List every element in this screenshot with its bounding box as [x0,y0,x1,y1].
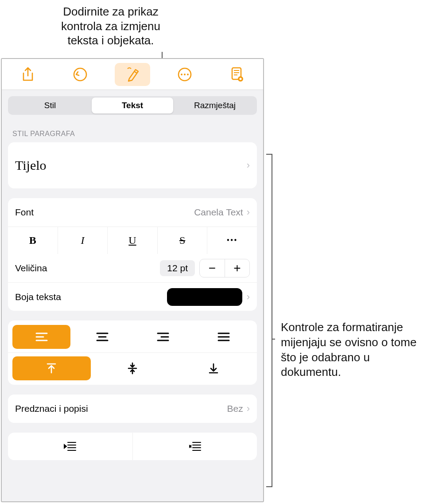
strikethrough-button[interactable]: S [157,227,207,254]
more-button[interactable] [167,63,202,86]
indent-card [8,433,257,460]
size-decrease-button[interactable]: − [200,259,225,277]
valign-middle-button[interactable] [93,356,172,380]
decrease-indent-button[interactable] [8,433,133,460]
svg-point-7 [240,78,242,80]
callout-right-text: Kontrole za formatiranje mijenjaju se ov… [281,320,418,380]
chevron-right-icon: › [247,403,250,414]
callout-bracket-right [266,154,276,487]
text-color-swatch [167,288,242,306]
text-color-row[interactable]: Boja teksta › [8,282,257,311]
align-left-button[interactable] [12,325,70,349]
tab-text[interactable]: Tekst [92,98,173,113]
increase-indent-button[interactable] [133,433,257,460]
font-card: Font Canela Text › B I U S ••• Veličina … [8,198,257,311]
font-row[interactable]: Font Canela Text › [8,198,257,227]
format-button[interactable] [115,63,150,86]
alignment-card [8,320,257,385]
chevron-right-icon: › [247,160,250,171]
share-button[interactable] [10,63,46,86]
underline-button[interactable]: U [107,227,157,254]
bold-button[interactable]: B [8,227,58,254]
indent-row [8,433,257,460]
size-row: Veličina 12 pt − + [8,254,257,282]
vertical-alignment-row [8,352,257,383]
undo-button[interactable] [62,63,98,86]
svg-point-2 [181,74,182,75]
align-center-button[interactable] [73,325,131,349]
paragraph-style-value: Tijelo [15,158,47,173]
horizontal-alignment-row [8,322,257,352]
paragraph-style-card: Tijelo › [8,142,257,188]
document-view-button[interactable] [219,63,255,86]
callout-top-text: Dodirnite za prikaz kontrola za izmjenu … [44,4,177,48]
align-right-button[interactable] [134,325,192,349]
paragraph-style-row[interactable]: Tijelo › [8,142,257,188]
tab-layout[interactable]: Razmještaj [174,98,256,113]
format-panel: Stil Tekst Razmještaj STIL PARAGRAFA Tij… [1,58,264,502]
size-stepper: − + [199,259,250,277]
align-justify-button[interactable] [194,325,252,349]
bullets-lists-card: Predznaci i popisi Bez › [8,395,257,423]
bullets-row[interactable]: Predznaci i popisi Bez › [8,395,257,423]
tab-style[interactable]: Stil [9,98,91,113]
section-paragraph-style-label: STIL PARAGRAFA [12,130,252,138]
svg-point-4 [187,74,189,75]
more-text-options-button[interactable]: ••• [207,227,257,254]
text-style-buttons: B I U S ••• [8,227,257,254]
size-value[interactable]: 12 pt [160,260,195,276]
size-increase-button[interactable]: + [225,259,249,277]
italic-button[interactable]: I [58,227,108,254]
chevron-right-icon: › [247,291,250,303]
svg-point-3 [184,74,186,75]
valign-bottom-button[interactable] [174,356,252,380]
font-value: Canela Text [194,207,243,218]
bullets-value: Bez [227,403,243,414]
bullets-label: Predznaci i popisi [15,403,88,414]
font-label: Font [15,207,34,218]
size-label: Veličina [15,263,47,273]
chevron-right-icon: › [247,207,250,218]
segmented-tabs: Stil Tekst Razmještaj [8,96,257,115]
text-color-label: Boja teksta [15,292,61,302]
top-toolbar [2,59,263,90]
valign-top-button[interactable] [12,356,91,380]
